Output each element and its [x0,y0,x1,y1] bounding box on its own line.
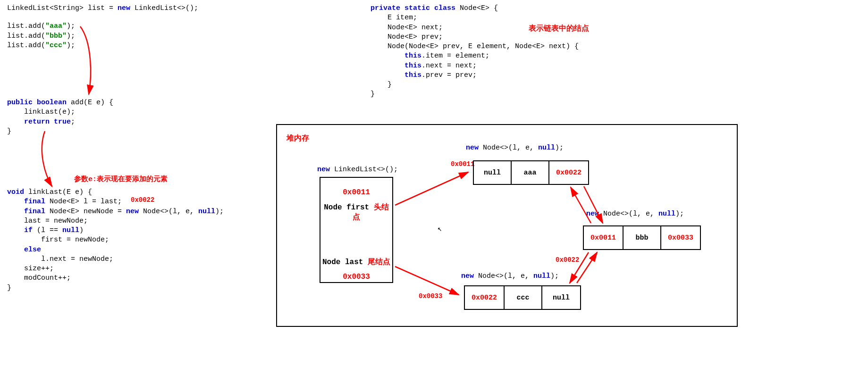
code-snippet-nodeclass: private static class Node<E> { E item; N… [371,4,579,100]
nodeA-prev: null [474,161,512,184]
code-snippet-listadd: LinkedList<String> list = new LinkedList… [7,4,198,50]
nodeB-prev: 0x0011 [584,226,624,249]
annotation-param-e: 参数e:表示现在要添加的元素 [74,175,168,183]
heap-nodeB-new: new Node<>(l, e, null); [586,210,684,218]
cursor-icon: ↖ [438,224,442,233]
nodeC-next: null [542,286,580,309]
nodeA-item: aaa [512,161,549,184]
heap-title: 堆内存 [287,133,309,143]
svg-line-5 [577,252,597,283]
nodeB-addr-label: 0x0022 [556,256,579,264]
nodeA-addr-label: 0x0011 [451,160,474,168]
code-snippet-add: public boolean add(E e) { linkLast(e); r… [7,98,113,136]
svg-line-1 [395,266,459,295]
svg-line-0 [395,172,468,205]
nodeC-prev: 0x0022 [465,286,505,309]
ll-first-address: 0x0011 [320,186,392,199]
heap-linkedlist-new: new LinkedList<>(); [317,166,398,174]
heap-memory-box: 堆内存 new LinkedList<>(); 0x0011 Node firs… [276,124,738,327]
nodeC-item: ccc [505,286,542,309]
nodeB-next: 0x0033 [661,226,700,249]
heap-nodeC-new: new Node<>(l, e, null); [461,272,559,280]
nodeA-box: null aaa 0x0022 [473,160,589,185]
nodeB-box: 0x0011 bbb 0x0033 [583,225,701,250]
linkedlist-object-box: 0x0011 Node first 头结点 Node last 尾结点 0x00… [320,177,393,283]
ll-last-address: 0x0033 [320,271,392,283]
nodeC-box: 0x0022 ccc null [464,285,581,310]
heap-nodeA-new: new Node<>(l, e, null); [466,144,564,152]
nodeC-addr-label: 0x0033 [419,292,442,300]
code-snippet-linklast: void linkLast(E e) { final Node<E> l = l… [7,188,224,293]
nodeA-next: 0x0022 [549,161,588,184]
nodeB-item: bbb [624,226,661,249]
annotation-node-class: 表示链表中的结点 [529,24,589,33]
